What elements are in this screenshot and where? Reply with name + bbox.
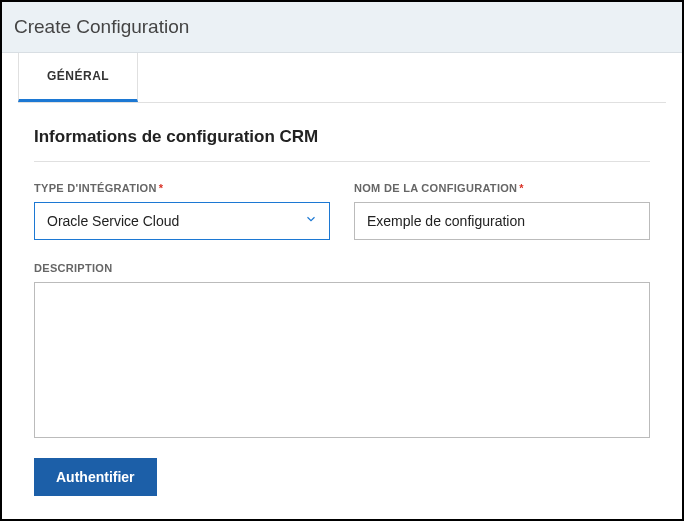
description-textarea[interactable] <box>34 282 650 438</box>
dialog-header: Create Configuration <box>2 2 682 53</box>
authenticate-button-label: Authentifier <box>56 469 135 485</box>
integration-type-label: TYPE D'INTÉGRATION* <box>34 182 330 194</box>
dialog-title: Create Configuration <box>14 16 670 38</box>
section-title: Informations de configuration CRM <box>34 127 650 162</box>
integration-type-select[interactable] <box>34 202 330 240</box>
config-name-input[interactable] <box>354 202 650 240</box>
config-name-label: NOM DE LA CONFIGURATION* <box>354 182 650 194</box>
config-name-label-text: NOM DE LA CONFIGURATION <box>354 182 517 194</box>
tab-general-label: GÉNÉRAL <box>47 69 109 83</box>
integration-type-label-text: TYPE D'INTÉGRATION <box>34 182 157 194</box>
tab-general[interactable]: GÉNÉRAL <box>18 53 138 102</box>
required-marker: * <box>159 182 164 194</box>
tab-bar: GÉNÉRAL <box>18 53 666 103</box>
crm-config-section: Informations de configuration CRM TYPE D… <box>18 103 666 496</box>
authenticate-button[interactable]: Authentifier <box>34 458 157 496</box>
config-name-field: NOM DE LA CONFIGURATION* <box>354 182 650 240</box>
description-label: DESCRIPTION <box>34 262 650 274</box>
description-field: DESCRIPTION <box>34 262 650 438</box>
required-marker: * <box>519 182 524 194</box>
integration-type-field: TYPE D'INTÉGRATION* <box>34 182 330 240</box>
